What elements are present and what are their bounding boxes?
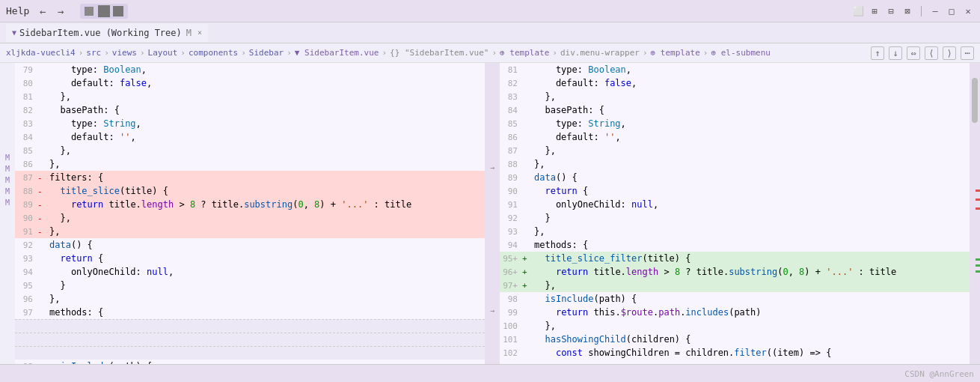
margin-marker — [0, 219, 15, 230]
code-line: 102 const showingChildren = children.fil… — [500, 346, 970, 360]
scroll-mark-removed3 — [976, 207, 980, 210]
next-diff-button[interactable]: ⟩ — [943, 46, 956, 60]
bc-src[interactable]: src — [86, 48, 101, 58]
bc-obj[interactable]: {} "SidebarItem.vue" — [390, 48, 489, 58]
bc-sidebar[interactable]: Sidebar — [249, 48, 284, 58]
line-code: methods: { — [46, 307, 485, 318]
diff-marker: + — [522, 281, 531, 291]
bc-components[interactable]: components — [189, 48, 238, 58]
close-button[interactable]: ✕ — [962, 5, 974, 17]
line-code: type: Boolean, — [46, 64, 485, 75]
bc-el-submenu[interactable]: ⊕ el-submenu — [711, 48, 770, 58]
tab-close-button[interactable]: × — [197, 28, 202, 37]
code-line: 83 }, — [500, 90, 970, 103]
code-line: 90- }, — [15, 211, 485, 225]
left-diff-panel[interactable]: 79 type: Boolean,80 default: false,81 },… — [15, 63, 485, 364]
code-line: 92 } — [500, 211, 970, 225]
right-diff-panel[interactable]: 81 type: Boolean,82 default: false,83 },… — [500, 63, 970, 364]
line-number: 97 — [15, 308, 37, 318]
back-button[interactable]: ← — [35, 4, 50, 19]
code-line — [15, 319, 485, 333]
layout3-button[interactable]: ⊠ — [901, 5, 913, 17]
margin-marker: M — [0, 152, 15, 163]
line-number: 85 — [15, 146, 37, 156]
scroll-mark-added — [976, 258, 980, 261]
scroll-up-button[interactable]: ↑ — [871, 46, 884, 60]
maximize-button[interactable]: □ — [946, 5, 958, 17]
line-number: 91 — [15, 227, 37, 237]
code-line: 84 default: '', — [15, 130, 485, 144]
code-line: 90 return { — [500, 184, 970, 198]
diff-marker: - — [37, 200, 46, 210]
margin-marker — [0, 297, 15, 309]
code-line: 95 } — [15, 279, 485, 292]
line-code: basePath: { — [46, 105, 485, 115]
margin-marker — [0, 286, 15, 297]
forward-button[interactable]: → — [53, 4, 68, 19]
line-number: 98 — [500, 294, 522, 304]
line-code: type: String, — [46, 118, 485, 129]
right-scrollbar[interactable] — [970, 63, 980, 364]
bc-layout[interactable]: Layout — [148, 48, 178, 58]
code-line: 96++ return title.length > 8 ? title.sub… — [500, 265, 970, 279]
line-code: return { — [531, 186, 970, 196]
bc-template1[interactable]: ⊕ template — [500, 48, 549, 58]
line-code: return this.$route.path.includes(path) — [531, 307, 970, 318]
prev-diff-button[interactable]: ⟨ — [925, 46, 938, 60]
arrow-icon2: → — [490, 306, 494, 315]
margin-marker: M — [0, 175, 15, 186]
watermark: CSDN @AnnGreen — [904, 369, 974, 379]
bc-root[interactable]: xljkda-vuecli4 — [6, 48, 76, 58]
line-code: }, — [531, 91, 970, 102]
line-code: title_slice(title) { — [46, 186, 485, 196]
more-options-button[interactable]: ⋯ — [961, 46, 974, 60]
margin-marker: M — [0, 186, 15, 197]
line-code: }, — [46, 91, 485, 102]
bc-file[interactable]: ▼ SidebarItem.vue — [295, 48, 379, 58]
line-number: 95 — [15, 281, 37, 291]
editor-tab[interactable]: ▼ SidebarItem.vue (Working Tree) M × — [6, 24, 208, 42]
stop-icon — [98, 5, 110, 17]
address-bar[interactable] — [80, 4, 128, 19]
code-line: 84 basePath: { — [500, 103, 970, 117]
layout2-button[interactable]: ⊟ — [885, 5, 897, 17]
code-line: 80 default: false, — [15, 76, 485, 90]
diff-marker: - — [37, 173, 46, 183]
minimize-button[interactable]: — — [929, 5, 941, 17]
margin-marker — [0, 230, 15, 241]
line-code: default: false, — [531, 78, 970, 88]
bc-template2[interactable]: ⊕ template — [651, 48, 700, 58]
scroll-down-button[interactable]: ↓ — [889, 46, 902, 60]
bc-views[interactable]: views — [112, 48, 137, 58]
tab-label: SidebarItem.vue (Working Tree) — [19, 28, 182, 38]
diff-button[interactable]: ⇔ — [907, 46, 920, 60]
line-code: return { — [46, 253, 485, 264]
code-line: 94methods: { — [500, 238, 970, 252]
line-number: 90 — [15, 213, 37, 223]
line-number: 89 — [500, 173, 522, 183]
margin-marker — [0, 85, 15, 97]
bc-div[interactable]: div.menu-wrapper — [560, 48, 640, 58]
line-code: type: Boolean, — [531, 64, 970, 75]
sidebar-toggle-button[interactable]: ⬜ — [852, 5, 864, 17]
line-number: 83 — [500, 92, 522, 102]
line-code: filters: { — [46, 172, 485, 183]
breadcrumb-bar: xljkda-vuecli4 › src › views › Layout › … — [0, 43, 980, 63]
layout1-button[interactable]: ⊞ — [869, 5, 881, 17]
line-number: 81 — [500, 65, 522, 75]
code-line — [15, 346, 485, 360]
scrollbar-thumb[interactable] — [972, 78, 978, 123]
line-number: 90 — [500, 187, 522, 196]
code-line: 79 type: Boolean, — [15, 63, 485, 76]
code-line: 82 default: false, — [500, 76, 970, 90]
line-code: }, — [46, 145, 485, 156]
line-code: onlyOneChild: null, — [46, 267, 485, 277]
code-line: 82 basePath: { — [15, 103, 485, 117]
scroll-mark-added3 — [976, 270, 980, 273]
diff-marker: + — [522, 254, 531, 264]
line-code: } — [531, 213, 970, 223]
title-bar: Help ← → ⬜ ⊞ ⊟ ⊠ — □ ✕ — [0, 0, 980, 22]
code-line: 99 return this.$route.path.includes(path… — [500, 306, 970, 319]
line-number: 85 — [500, 119, 522, 129]
line-number: 84 — [500, 106, 522, 115]
